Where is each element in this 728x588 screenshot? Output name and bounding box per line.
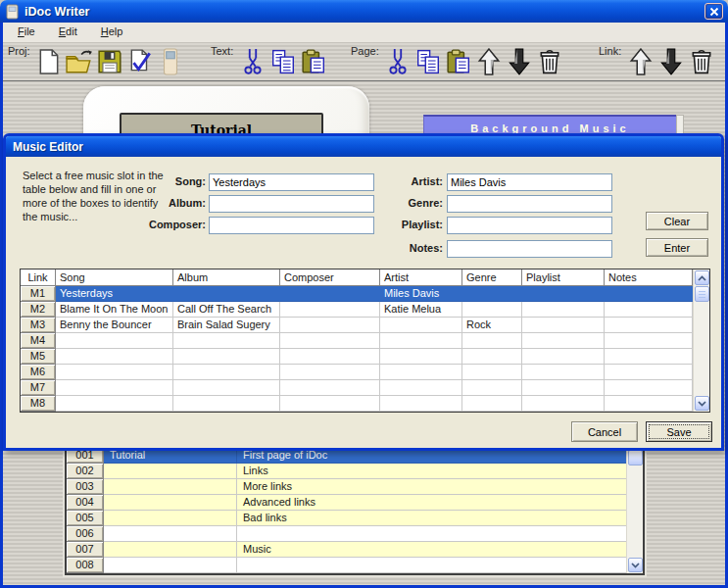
cut-page-button[interactable] — [383, 46, 413, 77]
links-table-cell — [104, 495, 237, 511]
clear-button[interactable]: Clear — [646, 212, 708, 230]
column-header-composer[interactable]: Composer — [280, 270, 380, 286]
links-table-cell — [104, 526, 237, 542]
paste-text-button[interactable] — [298, 46, 328, 77]
album-input[interactable] — [209, 195, 374, 213]
column-header-artist[interactable]: Artist — [380, 270, 462, 286]
music-table-row[interactable]: M7 — [21, 380, 709, 396]
row-header-m6[interactable]: M6 — [21, 365, 56, 380]
column-header-playlist[interactable]: Playlist — [522, 270, 605, 286]
music-table-cell — [173, 286, 280, 302]
save-project-button[interactable] — [95, 46, 125, 77]
music-table-cell — [522, 286, 605, 302]
music-table-cell — [605, 318, 693, 333]
open-project-button[interactable] — [65, 46, 95, 77]
links-table-cell: Bad links — [237, 511, 643, 526]
artist-input[interactable] — [447, 173, 612, 191]
genre-input[interactable] — [447, 195, 612, 213]
playlist-input[interactable] — [447, 217, 612, 234]
music-table-cell: Rock — [462, 318, 522, 333]
row-number: 007 — [67, 542, 104, 558]
menu-file[interactable]: File — [9, 24, 44, 39]
music-table-row[interactable]: M1YesterdaysMiles Davis — [21, 286, 709, 302]
move-page-down-button[interactable] — [505, 46, 535, 77]
row-number: 002 — [67, 464, 104, 479]
toolbar-group-page: Page: — [351, 43, 565, 80]
cut-text-button[interactable] — [237, 46, 267, 77]
row-header-m5[interactable]: M5 — [21, 349, 56, 365]
links-table-scrollbar[interactable] — [626, 448, 643, 573]
row-header-m1[interactable]: M1 — [21, 286, 56, 302]
music-table-row[interactable]: M2Blame It On The MoonCall Off The Searc… — [21, 302, 709, 318]
music-table-header: LinkSongAlbumComposerArtistGenrePlaylist… — [21, 270, 709, 286]
music-table-cell — [280, 286, 380, 302]
links-table-row[interactable]: 003More links — [67, 479, 643, 495]
device-preview-button[interactable] — [156, 46, 186, 77]
copy-icon — [415, 49, 441, 74]
notes-input[interactable] — [447, 240, 612, 258]
row-header-m8[interactable]: M8 — [21, 396, 56, 412]
scroll-down-button[interactable] — [628, 558, 643, 572]
column-header-notes[interactable]: Notes — [605, 270, 693, 286]
music-table-row[interactable]: M4 — [21, 333, 709, 349]
links-table-row[interactable]: 005Bad links — [67, 511, 643, 526]
music-table-cell — [462, 380, 522, 396]
menu-edit[interactable]: Edit — [50, 24, 86, 39]
chevron-down-icon — [631, 563, 640, 568]
enter-button[interactable]: Enter — [646, 238, 708, 257]
row-header-m7[interactable]: M7 — [21, 380, 56, 396]
music-table-scrollbar[interactable] — [693, 270, 709, 412]
scroll-down-button[interactable] — [695, 396, 709, 411]
row-header-m4[interactable]: M4 — [21, 333, 56, 349]
move-link-up-button[interactable] — [625, 46, 655, 77]
music-table-row[interactable]: M5 — [21, 349, 709, 365]
row-number: 006 — [67, 526, 104, 542]
links-table-row[interactable]: 002Links — [67, 464, 643, 479]
composer-input[interactable] — [209, 217, 374, 234]
music-table-row[interactable]: M8 — [21, 396, 709, 412]
new-project-button[interactable] — [34, 46, 65, 77]
copy-icon — [270, 49, 296, 74]
links-table-row[interactable]: 008 — [67, 558, 643, 573]
close-icon — [709, 7, 719, 17]
links-table-row[interactable]: 007Music — [67, 542, 643, 558]
cancel-button[interactable]: Cancel — [571, 421, 638, 442]
song-label: Song: — [104, 175, 206, 187]
links-table-row[interactable]: 006 — [67, 526, 643, 542]
paste-page-button[interactable] — [444, 46, 474, 77]
arrow-down-icon — [659, 48, 683, 75]
song-input[interactable] — [209, 173, 374, 191]
row-header-m2[interactable]: M2 — [21, 302, 56, 318]
dialog-titlebar: Music Editor — [6, 136, 721, 157]
column-header-album[interactable]: Album — [173, 270, 280, 286]
menu-help[interactable]: Help — [92, 24, 132, 39]
column-header-genre[interactable]: Genre — [462, 270, 522, 286]
scrollbar-thumb[interactable] — [695, 286, 709, 302]
links-table-cell — [104, 464, 237, 479]
links-table-row[interactable]: 004Advanced links — [67, 495, 643, 511]
delete-link-button[interactable] — [686, 46, 716, 77]
music-table-cell — [605, 349, 693, 365]
music-table-cell — [173, 380, 280, 396]
scrollbar-thumb[interactable] — [628, 450, 643, 466]
validate-project-button[interactable] — [125, 46, 156, 77]
close-button[interactable] — [704, 3, 723, 20]
move-link-down-button[interactable] — [655, 46, 686, 77]
save-button[interactable]: Save — [646, 421, 712, 442]
music-table-row[interactable]: M6 — [21, 365, 709, 380]
music-table-row[interactable]: M3Benny the BouncerBrain Salad SugeryRoc… — [21, 318, 709, 333]
links-table-cell: More links — [237, 479, 643, 495]
copy-page-button[interactable] — [413, 46, 444, 77]
row-header-m3[interactable]: M3 — [21, 318, 56, 333]
music-table-cell — [462, 396, 522, 412]
scroll-up-button[interactable] — [695, 270, 709, 285]
delete-page-button[interactable] — [535, 46, 565, 77]
move-page-up-button[interactable] — [474, 46, 505, 77]
copy-text-button[interactable] — [267, 46, 298, 77]
notes-label: Notes: — [376, 242, 443, 254]
music-table-cell — [56, 380, 173, 396]
composer-label: Composer: — [104, 219, 206, 230]
column-header-link[interactable]: Link — [21, 270, 56, 286]
column-header-song[interactable]: Song — [56, 270, 173, 286]
music-table-cell — [380, 380, 462, 396]
